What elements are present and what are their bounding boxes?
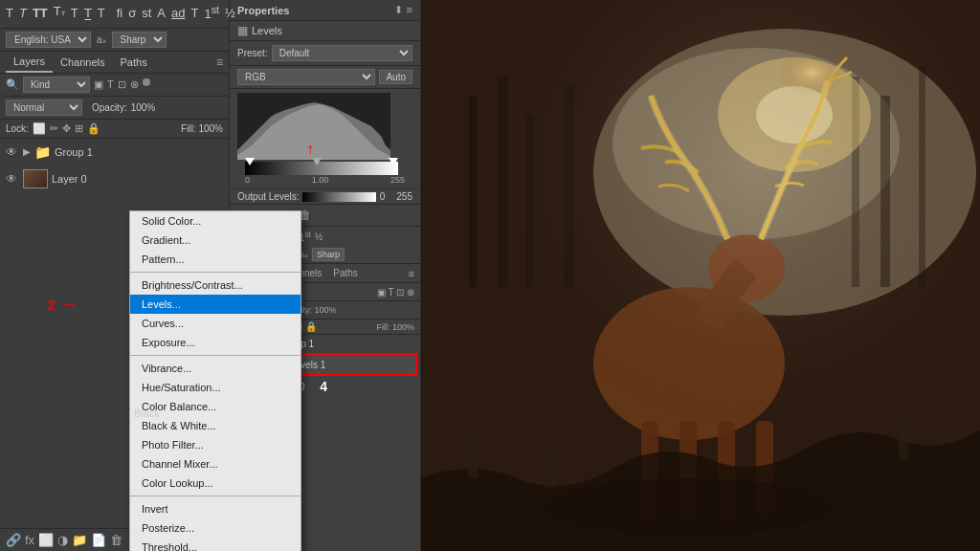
levels-title-row: ▦ Levels xyxy=(230,21,420,41)
fx-icon[interactable]: fx xyxy=(25,533,34,547)
filter-icon-3[interactable]: ⊡ xyxy=(118,78,126,91)
input-gradient-track xyxy=(245,162,398,175)
histogram-canvas: ↑ xyxy=(237,93,390,160)
group-icon[interactable]: 📁 xyxy=(72,533,87,547)
menu-photo-filter[interactable]: Photo Filter... xyxy=(130,435,301,454)
menu-posterize[interactable]: Posterize... xyxy=(130,518,301,538)
tab-channels[interactable]: Channels xyxy=(53,53,112,72)
filter-icon-2[interactable]: T xyxy=(107,78,114,91)
link-icon[interactable]: 🔗 xyxy=(6,533,21,547)
expand-icon-group[interactable]: ▶ xyxy=(23,146,31,157)
frac2-icon[interactable]: ½ xyxy=(225,6,235,20)
bold-tool-icon[interactable]: TT xyxy=(33,6,48,20)
ligature-icon[interactable]: σ xyxy=(128,6,136,20)
mini-tab-paths[interactable]: Paths xyxy=(327,265,364,281)
channel-select[interactable]: RGB xyxy=(237,69,375,85)
annotation-4: 4 xyxy=(320,379,327,394)
preset-select[interactable]: Default xyxy=(272,45,412,61)
lock-artboard-icon[interactable]: ⊞ xyxy=(75,122,83,135)
adjustment-icon[interactable]: ◑ xyxy=(57,533,68,547)
new-layer-icon[interactable]: 📄 xyxy=(91,533,106,547)
menu-solid-color[interactable]: Solid Color... xyxy=(130,211,301,231)
st-icon[interactable]: st xyxy=(142,6,151,20)
menu-threshold[interactable]: Threshold... xyxy=(130,538,301,551)
sub-tool-icon[interactable]: Tᵀ xyxy=(54,4,65,22)
lock-paint-icon[interactable]: ✏ xyxy=(50,122,58,135)
mini-frac-icon: ½ xyxy=(315,231,323,242)
eye-icon-group[interactable]: 👁 xyxy=(6,145,19,159)
levels-icon: ▦ xyxy=(237,24,248,37)
menu-vibrance[interactable]: Vibrance... xyxy=(130,359,301,378)
menu-hue-sat[interactable]: Hue/Saturation... xyxy=(130,378,301,397)
group-layer-item[interactable]: 👁 ▶ 📁 Group 1 xyxy=(0,139,229,165)
t-caps-icon[interactable]: T xyxy=(190,6,198,20)
filter-dot xyxy=(143,78,150,86)
deer-svg xyxy=(421,0,980,551)
image-area xyxy=(421,0,980,551)
toolbar-row-1: T T TT Tᵀ T T̲ T fi σ st A ad T 1st ½ xyxy=(6,4,223,22)
props-expand-icon[interactable]: ⬍ xyxy=(394,4,403,16)
lock-transparent-icon[interactable]: ⬜ xyxy=(33,122,46,135)
filter-icon-1[interactable]: ▣ xyxy=(94,78,103,91)
frac-tool-icon[interactable]: T xyxy=(98,6,105,20)
layer0-item[interactable]: 👁 Layer 0 xyxy=(0,165,229,192)
delete-icon[interactable]: 🗑 xyxy=(110,533,122,547)
sharp-select[interactable]: Sharp xyxy=(112,32,167,48)
preset-row: Preset: Default xyxy=(230,41,420,66)
group-layer-name: Group 1 xyxy=(55,146,93,158)
mini-sharp[interactable]: Sharp xyxy=(312,248,345,261)
mask-icon[interactable]: ⬜ xyxy=(38,533,54,547)
lang-option: aₐ xyxy=(97,34,106,45)
menu-color-lookup[interactable]: Color Lookup... xyxy=(130,474,301,493)
kind-select[interactable]: Kind xyxy=(23,77,90,93)
auto-button[interactable]: Auto xyxy=(379,70,412,84)
props-menu-icon[interactable]: ≡ xyxy=(407,4,412,16)
language-select[interactable]: English: USA xyxy=(6,32,91,48)
menu-gradient[interactable]: Gradient... xyxy=(130,231,301,250)
eye-icon-layer0[interactable]: 👁 xyxy=(6,172,19,186)
menu-pattern[interactable]: Pattern... xyxy=(130,250,301,269)
layer0-name: Layer 0 xyxy=(52,173,87,185)
tab-layers[interactable]: Layers xyxy=(6,52,53,73)
menu-brightness[interactable]: Brightness/Contrast... xyxy=(130,276,301,295)
deer-image xyxy=(421,0,980,551)
shadow-point-marker[interactable] xyxy=(245,158,255,165)
filter-icon-4[interactable]: ⊗ xyxy=(130,78,139,91)
menu-black-white[interactable]: Black & White... xyxy=(130,416,301,435)
menu-levels[interactable]: Levels... xyxy=(130,295,301,314)
opacity-value: 100% xyxy=(131,102,156,113)
search-filter-icons: ▣ T ⊡ ⊗ xyxy=(94,78,150,91)
menu-invert[interactable]: Invert xyxy=(130,499,301,518)
opacity-label: Opacity: xyxy=(92,102,127,113)
histogram-area: ↑ 0 1.00 255 xyxy=(230,89,420,188)
ad-icon[interactable]: ad xyxy=(171,6,185,20)
char-tool-icon[interactable]: T̲ xyxy=(84,6,92,20)
menu-channel-mixer[interactable]: Channel Mixer... xyxy=(130,454,301,474)
blend-mode-select[interactable]: Normal xyxy=(6,99,82,116)
properties-icons: ⬍ ≡ xyxy=(394,4,412,16)
midpoint-marker[interactable] xyxy=(312,158,322,165)
ord-icon[interactable]: 1st xyxy=(204,4,219,21)
a-icon[interactable]: A xyxy=(157,6,166,20)
svg-point-22 xyxy=(737,57,852,134)
tab-paths[interactable]: Paths xyxy=(113,53,155,72)
input-min-val: 0 xyxy=(245,175,250,185)
menu-curves[interactable]: Curves... xyxy=(130,314,301,333)
lock-position-icon[interactable]: ✥ xyxy=(62,122,71,135)
highlight-marker[interactable] xyxy=(389,158,398,165)
text-tool-icon[interactable]: T xyxy=(6,6,13,20)
output-row: Output Levels: 0 255 xyxy=(230,188,420,204)
layers-menu-icon[interactable]: ≡ xyxy=(216,55,223,69)
histogram-svg xyxy=(237,93,390,160)
mini-layers-menu[interactable]: ≡ xyxy=(409,268,414,279)
lock-all-icon[interactable]: 🔒 xyxy=(87,122,100,135)
fill-label: Fill: 100% xyxy=(181,123,223,134)
italic-tool-icon[interactable]: T xyxy=(19,6,27,20)
type-tool-icon[interactable]: T xyxy=(71,6,78,20)
blend-row: Normal Opacity: 100% xyxy=(0,97,229,120)
glyphs-icon[interactable]: fi xyxy=(117,6,123,20)
preset-label: Preset: xyxy=(237,48,268,58)
output-max: 255 xyxy=(396,191,412,202)
folder-icon: 📁 xyxy=(34,144,51,160)
menu-exposure[interactable]: Exposure... xyxy=(130,333,301,352)
